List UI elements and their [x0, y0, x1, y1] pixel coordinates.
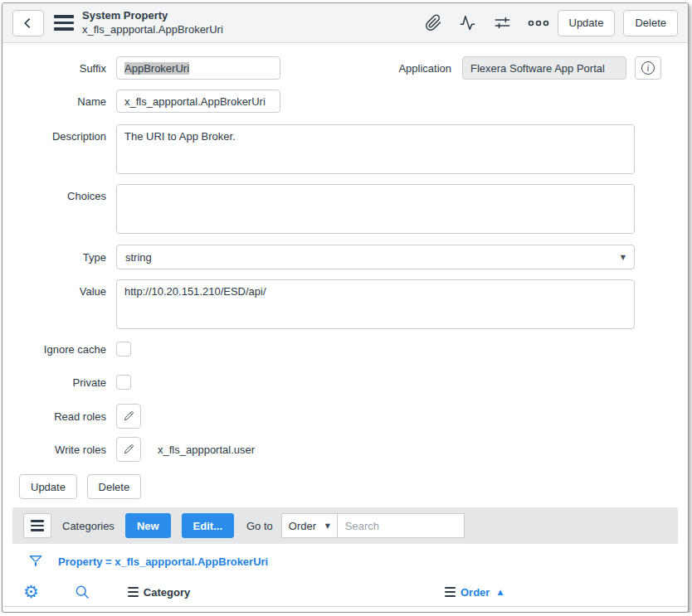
value-label: Value — [2, 285, 106, 298]
sliders-icon — [493, 14, 512, 32]
value-textarea[interactable]: http://10.20.151.210/ESD/api/ — [116, 279, 635, 329]
related-list-filter-row: Property = x_fls_appportal.AppBrokerUri — [2, 544, 688, 578]
type-selected-value: string — [125, 251, 152, 264]
page-subtitle: x_fls_appportal.AppBrokerUri — [82, 23, 223, 37]
category-column-label: Category — [144, 586, 190, 599]
activity-icon — [458, 14, 477, 32]
filter-breadcrumb[interactable]: Property = x_fls_appportal.AppBrokerUri — [58, 555, 268, 568]
column-menu-icon — [445, 587, 456, 597]
write-roles-edit-button[interactable] — [116, 437, 141, 462]
name-input[interactable] — [116, 90, 280, 113]
column-menu-icon — [128, 587, 139, 597]
goto-selected-value: Order — [289, 520, 316, 532]
header-update-button[interactable]: Update — [558, 10, 616, 36]
suffix-application-row: Suffix AppBrokerUri Application Flexera … — [2, 56, 688, 80]
search-icon — [74, 584, 90, 600]
name-label: Name — [2, 95, 106, 108]
new-button[interactable]: New — [125, 513, 171, 538]
related-list-table-header: ⚙ Category Order ▲ — [2, 578, 688, 607]
page-title: System Property — [82, 9, 223, 23]
gear-icon[interactable]: ⚙ — [23, 584, 39, 601]
record-title-block: System Property x_fls_appportal.AppBroke… — [82, 9, 223, 37]
more-options-button[interactable] — [528, 17, 549, 29]
application-info-button[interactable]: i — [635, 56, 661, 80]
choices-textarea[interactable] — [116, 184, 635, 234]
related-list-header: Categories New Edit... Go to Order ▼ — [12, 507, 678, 544]
read-roles-row: Read roles — [2, 404, 688, 429]
type-select[interactable]: string ▼ — [116, 245, 635, 269]
write-roles-row: Write roles x_fls_appportal.user — [2, 437, 688, 462]
type-row: Type string ▼ — [2, 245, 688, 269]
filter-funnel-icon[interactable] — [27, 552, 44, 570]
form-footer-buttons: Update Delete — [19, 474, 688, 499]
edit-button[interactable]: Edit... — [182, 513, 234, 538]
ignore-cache-label: Ignore cache — [2, 343, 106, 356]
write-roles-label: Write roles — [2, 444, 106, 456]
private-row: Private — [2, 375, 688, 390]
hamburger-icon — [31, 520, 44, 531]
ignore-cache-row: Ignore cache — [2, 342, 688, 357]
attachment-button[interactable] — [425, 14, 442, 32]
private-checkbox[interactable] — [116, 375, 131, 390]
form-header: System Property x_fls_appportal.AppBroke… — [2, 3, 688, 43]
delete-button[interactable]: Delete — [87, 474, 142, 499]
choices-row: Choices — [2, 184, 688, 234]
column-search-button[interactable] — [74, 584, 90, 600]
suffix-input[interactable]: AppBrokerUri — [116, 56, 280, 80]
pencil-icon — [122, 443, 135, 456]
chevron-left-icon — [20, 15, 37, 32]
pencil-icon — [122, 410, 135, 423]
personalize-form-button[interactable] — [493, 14, 512, 32]
application-label: Application — [398, 62, 451, 75]
description-label: Description — [2, 130, 106, 143]
application-field: Flexera Software App Portal — [462, 56, 626, 80]
form-body: Suffix AppBrokerUri Application Flexera … — [2, 43, 688, 507]
application-group: Application Flexera Software App Portal … — [398, 56, 661, 80]
description-textarea[interactable]: The URI to App Broker. — [116, 124, 635, 174]
info-icon: i — [641, 61, 655, 75]
header-delete-button[interactable]: Delete — [623, 10, 678, 36]
read-roles-label: Read roles — [2, 410, 106, 423]
header-toolbar — [425, 14, 549, 32]
update-button[interactable]: Update — [19, 474, 77, 499]
type-label: Type — [2, 251, 106, 264]
more-options-icon — [528, 17, 549, 29]
record-window: System Property x_fls_appportal.AppBroke… — [2, 2, 689, 613]
related-list-menu-button[interactable] — [23, 513, 51, 538]
related-list-title: Categories — [62, 520, 115, 532]
write-roles-value: x_fls_appportal.user — [158, 444, 255, 456]
order-column-label: Order — [461, 586, 490, 599]
column-header-category[interactable]: Category — [128, 586, 190, 599]
description-row: Description The URI to App Broker. — [2, 124, 688, 174]
column-header-order[interactable]: Order ▲ — [445, 586, 503, 599]
sort-ascending-icon: ▲ — [497, 588, 503, 596]
read-roles-edit-button[interactable] — [116, 404, 141, 429]
paperclip-icon — [425, 14, 442, 32]
related-list-search-input[interactable] — [338, 513, 465, 538]
suffix-label: Suffix — [2, 62, 106, 75]
back-button[interactable] — [12, 10, 44, 36]
chevron-down-icon: ▼ — [621, 254, 626, 261]
suffix-selected-text: AppBrokerUri — [124, 62, 189, 75]
context-menu-icon[interactable] — [54, 15, 74, 31]
chevron-down-icon: ▼ — [325, 522, 330, 530]
related-list-categories: Categories New Edit... Go to Order ▼ Pro… — [2, 507, 688, 607]
ignore-cache-checkbox[interactable] — [116, 342, 131, 357]
choices-label: Choices — [2, 190, 106, 202]
goto-label: Go to — [246, 520, 273, 532]
name-row: Name — [2, 90, 688, 113]
value-row: Value http://10.20.151.210/ESD/api/ — [2, 279, 688, 329]
goto-column-select[interactable]: Order ▼ — [281, 513, 338, 538]
activity-stream-button[interactable] — [458, 14, 477, 32]
private-label: Private — [2, 376, 106, 389]
